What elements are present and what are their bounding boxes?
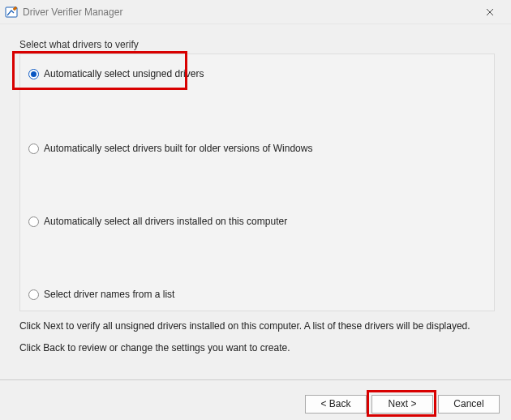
window-title: Driver Verifier Manager [23, 6, 474, 18]
close-icon [486, 8, 494, 16]
option-label: Automatically select drivers built for o… [44, 143, 312, 154]
next-button[interactable]: Next > [371, 395, 433, 414]
description-line: Click Next to verify all unsigned driver… [19, 319, 495, 333]
back-button[interactable]: < Back [305, 395, 367, 414]
page-prompt: Select what drivers to verify [19, 39, 495, 50]
close-button[interactable] [474, 1, 506, 24]
option-label: Automatically select all drivers install… [44, 216, 287, 227]
option-all-drivers[interactable]: Automatically select all drivers install… [28, 213, 486, 229]
radio-icon [28, 216, 39, 227]
description-line: Click Back to review or change the setti… [19, 341, 495, 355]
description-block: Click Next to verify all unsigned driver… [19, 319, 495, 355]
radio-icon [28, 69, 39, 79]
option-unsigned-drivers[interactable]: Automatically select unsigned drivers [28, 66, 486, 82]
radio-icon [28, 144, 39, 154]
footer: < Back Next > Cancel [0, 380, 511, 414]
app-icon [5, 6, 18, 19]
cancel-button[interactable]: Cancel [438, 395, 500, 414]
radio-icon [28, 289, 39, 300]
option-older-versions[interactable]: Automatically select drivers built for o… [28, 140, 486, 156]
content-area: Select what drivers to verify Automatica… [0, 24, 511, 355]
titlebar: Driver Verifier Manager [0, 0, 511, 24]
option-label: Automatically select unsigned drivers [44, 68, 204, 79]
option-names-from-list[interactable]: Select driver names from a list [28, 286, 486, 302]
option-group: Automatically select unsigned drivers Au… [19, 54, 495, 311]
option-label: Select driver names from a list [44, 289, 174, 300]
